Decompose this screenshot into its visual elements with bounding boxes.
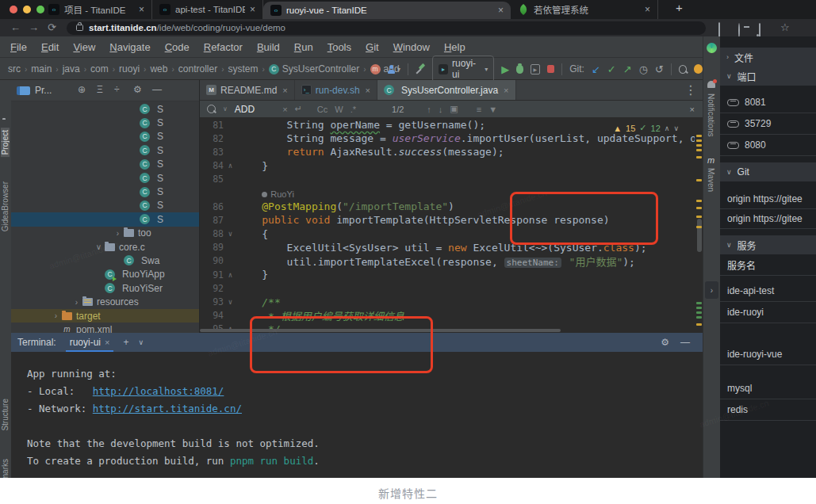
filter-icon[interactable]: ▼ bbox=[488, 105, 497, 114]
breadcrumb-item[interactable]: web bbox=[150, 63, 167, 74]
expand-icon[interactable]: ∨ bbox=[93, 242, 105, 251]
menu-edit[interactable]: Edit bbox=[34, 41, 66, 53]
git-update-icon[interactable]: ↙ bbox=[592, 63, 600, 75]
terminal-link[interactable]: http://start.titanide.cn/ bbox=[93, 403, 242, 414]
tree-item[interactable]: CS bbox=[11, 171, 199, 185]
tree-item[interactable]: CS bbox=[11, 185, 199, 198]
stop-button[interactable] bbox=[547, 65, 554, 73]
browser-tab[interactable]: ‹›api-test - TitanIDE× bbox=[152, 0, 263, 19]
port-row[interactable]: 8081 bbox=[720, 92, 816, 113]
new-line-icon[interactable]: ↵ bbox=[295, 104, 302, 114]
sidebar-section-git[interactable]: ∨ Git bbox=[720, 162, 816, 181]
bookmark-star-icon[interactable]: ☆ bbox=[780, 21, 790, 33]
menu-tools[interactable]: Tools bbox=[320, 41, 358, 53]
sidebar-section-ports[interactable]: ∨ 端口 bbox=[720, 67, 816, 86]
update-available-icon[interactable] bbox=[694, 64, 703, 74]
locate-file-icon[interactable]: ⊕ bbox=[78, 84, 86, 95]
profile-icon[interactable]: ▾ bbox=[387, 65, 400, 74]
back-icon[interactable]: ← bbox=[10, 21, 21, 33]
expand-icon[interactable]: › bbox=[50, 311, 62, 320]
tree-item[interactable]: CS bbox=[11, 158, 199, 171]
fold-icon[interactable]: ∨ bbox=[224, 230, 237, 238]
tree-item[interactable]: ∨core.c bbox=[11, 240, 199, 254]
clear-search-icon[interactable]: × bbox=[282, 105, 287, 114]
tool-window-maven[interactable]: Maven bbox=[707, 168, 715, 192]
tab-close-icon[interactable]: × bbox=[366, 86, 370, 95]
tab-close-icon[interactable]: × bbox=[250, 4, 255, 15]
service-row[interactable]: ide-api-test bbox=[720, 281, 816, 302]
search-history-icon[interactable]: ∨ bbox=[223, 105, 228, 113]
browser-tab[interactable]: ‹›项目 - TitanIDE× bbox=[41, 0, 152, 19]
tree-item[interactable]: CS bbox=[11, 130, 199, 143]
service-row[interactable]: ide-ruoyi-vue bbox=[720, 344, 816, 365]
regex-toggle[interactable]: .* bbox=[351, 105, 356, 114]
debug-button[interactable] bbox=[516, 65, 523, 74]
tab-close-icon[interactable]: × bbox=[105, 338, 109, 347]
menu-window[interactable]: Window bbox=[386, 41, 437, 53]
extension-icon[interactable] bbox=[707, 43, 717, 53]
minimize-window-button[interactable] bbox=[23, 6, 31, 13]
more-tabs-icon[interactable]: ⋮ bbox=[679, 82, 703, 97]
tab-close-icon[interactable]: × bbox=[498, 5, 504, 16]
next-issue-icon[interactable]: ∨ bbox=[673, 124, 679, 132]
next-match-icon[interactable]: ↓ bbox=[439, 105, 443, 114]
notifications-bell-icon[interactable] bbox=[707, 81, 715, 88]
copy-icon[interactable] bbox=[718, 23, 720, 37]
run-configuration-select[interactable]: ▸ ruoyi-ui ▾ bbox=[432, 55, 494, 82]
menu-run[interactable]: Run bbox=[287, 41, 320, 53]
menu-git[interactable]: Git bbox=[358, 41, 386, 53]
collapse-all-icon[interactable]: Ξ bbox=[97, 84, 103, 95]
prev-issue-icon[interactable]: ∧ bbox=[665, 124, 670, 132]
tool-window-project[interactable]: Project bbox=[1, 128, 10, 157]
scrollbar-thumb[interactable] bbox=[697, 219, 702, 252]
tree-item[interactable]: CS bbox=[11, 116, 199, 129]
filter-lines-icon[interactable]: ≡ bbox=[477, 105, 481, 114]
sidebar-section-services[interactable]: ∨ 服务 bbox=[720, 235, 816, 254]
tree-item[interactable]: CS bbox=[11, 102, 199, 116]
menu-help[interactable]: Help bbox=[437, 41, 473, 53]
fold-icon[interactable]: ∨ bbox=[224, 298, 237, 306]
editor-tab[interactable]: ›_run-dev.sh× bbox=[295, 80, 377, 100]
maven-icon[interactable]: m bbox=[707, 155, 714, 165]
prev-match-icon[interactable]: ↑ bbox=[427, 105, 431, 114]
tree-item[interactable]: ›resources bbox=[11, 295, 199, 308]
tree-item[interactable]: CSwa bbox=[11, 254, 199, 267]
editor-tab[interactable]: MREADME.md× bbox=[200, 80, 295, 100]
tree-item[interactable]: CRuoYiApp bbox=[11, 268, 199, 281]
close-find-icon[interactable]: × bbox=[690, 105, 695, 114]
gear-icon[interactable]: ⚙ bbox=[133, 84, 142, 95]
tree-item[interactable]: CRuoYiSer bbox=[11, 281, 199, 295]
undo-icon[interactable]: ↺ bbox=[655, 63, 664, 75]
menu-file[interactable]: File bbox=[3, 41, 34, 53]
git-push-icon[interactable]: ↗ bbox=[623, 63, 632, 75]
breadcrumb-item[interactable]: controller bbox=[178, 63, 217, 74]
new-terminal-icon[interactable]: + bbox=[123, 337, 128, 348]
service-row[interactable]: mysql bbox=[720, 378, 816, 399]
port-row[interactable]: 8080 bbox=[720, 135, 816, 156]
coverage-button[interactable]: ▶ bbox=[531, 64, 540, 74]
breadcrumb-item[interactable]: system bbox=[228, 63, 259, 74]
expand-icon[interactable]: › bbox=[71, 298, 82, 307]
address-bar[interactable]: start.titanide.cn/ide/web/coding/ruoyi-v… bbox=[67, 21, 706, 35]
tool-window-structure[interactable]: Structure bbox=[1, 399, 10, 431]
fold-icon[interactable]: ∧ bbox=[224, 271, 237, 279]
forward-icon[interactable]: → bbox=[29, 21, 39, 33]
service-row[interactable]: redis bbox=[720, 399, 816, 421]
expand-icon[interactable]: › bbox=[112, 229, 124, 238]
terminal-tab[interactable]: ruoyi-ui × bbox=[66, 333, 114, 352]
browser-tab[interactable]: 若依管理系统× bbox=[511, 0, 658, 19]
terminal-settings-icon[interactable]: ⚙ bbox=[661, 337, 669, 348]
sidebar-section-files[interactable]: › 文件 bbox=[720, 48, 816, 67]
menu-build[interactable]: Build bbox=[250, 41, 287, 53]
git-remote-row[interactable]: origin https://gitee bbox=[720, 209, 816, 229]
fold-icon[interactable]: ∧ bbox=[224, 162, 237, 170]
search-query[interactable]: ADD bbox=[235, 104, 255, 115]
expand-all-icon[interactable]: ÷ bbox=[114, 84, 120, 95]
build-hammer-icon[interactable] bbox=[416, 64, 425, 74]
tree-item[interactable]: CS bbox=[11, 143, 199, 157]
breadcrumb-item[interactable]: com bbox=[90, 63, 109, 74]
breadcrumb-item[interactable]: src bbox=[8, 63, 21, 74]
words-toggle[interactable]: W bbox=[335, 105, 343, 114]
tree-item[interactable]: ›target bbox=[11, 309, 199, 323]
menu-view[interactable]: View bbox=[66, 41, 102, 53]
